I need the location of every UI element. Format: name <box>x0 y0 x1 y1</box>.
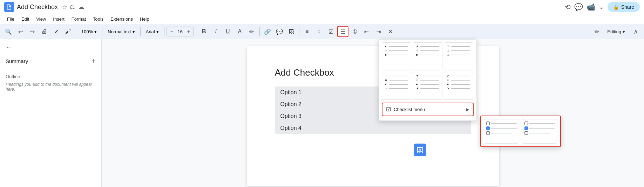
font-dropdown[interactable]: Arial ▾ <box>143 26 162 37</box>
lock-icon: 🔒 <box>613 4 619 10</box>
editing-chevron: ▾ <box>623 29 625 34</box>
bullet-list-button[interactable]: ☰ <box>337 26 348 37</box>
sidebar-add-button[interactable]: + <box>91 57 96 65</box>
undo-button[interactable]: ↩ <box>15 26 26 37</box>
link-button[interactable]: 🔗 <box>262 26 273 37</box>
sidebar-summary-label: Summary <box>6 58 28 64</box>
font-chevron: ▾ <box>156 29 159 34</box>
toolbar: 🔍 ↩ ↪ 🖨 ✔ 🖌 100% ▾ Normal text ▾ Arial ▾… <box>0 24 644 39</box>
share-button[interactable]: 🔒 Share <box>608 2 640 12</box>
comment-doc-button[interactable]: 💬 <box>274 26 285 37</box>
sidebar: ← Summary + Outline Headings you add to … <box>0 39 102 187</box>
sep2 <box>102 27 102 36</box>
numbered-list-button[interactable]: ① <box>349 26 360 37</box>
sep5 <box>196 27 196 36</box>
menu-tools[interactable]: Tools <box>90 16 106 22</box>
cl-empty-box <box>486 122 490 125</box>
checklist-button[interactable]: ☑ <box>325 26 337 37</box>
menu-insert[interactable]: Insert <box>50 16 67 22</box>
bullet-option-square[interactable]: □ □ □ <box>444 42 473 70</box>
image-float-icon: 🖼 <box>416 146 423 154</box>
editing-dropdown[interactable]: Editing ▾ <box>604 28 629 36</box>
doc-area: Add Checkbox Option 1 Option 2 Option 3 … <box>102 39 644 187</box>
app-icon <box>4 2 14 12</box>
sidebar-divider <box>6 68 96 68</box>
sidebar-outline-hint: Headings you add to the document will ap… <box>6 82 96 92</box>
editing-label: Editing <box>607 29 621 34</box>
italic-button[interactable]: I <box>210 26 222 37</box>
menu-help[interactable]: Help <box>137 16 152 22</box>
save-drive-icon[interactable]: 🗂 <box>70 4 76 11</box>
main-area: ← Summary + Outline Headings you add to … <box>0 39 644 187</box>
menu-format[interactable]: Format <box>69 16 89 22</box>
zoom-dropdown[interactable]: 100% ▾ <box>78 26 100 37</box>
bold-button[interactable]: B <box>198 26 210 37</box>
sep4 <box>164 27 164 36</box>
cl-empty-box4 <box>524 131 528 135</box>
font-color-button[interactable]: A <box>234 26 245 37</box>
menu-file[interactable]: File <box>4 16 17 22</box>
image-button[interactable]: 🖼 <box>286 26 297 37</box>
cloud-icon[interactable]: ☁ <box>78 3 84 11</box>
font-size-value: 16 <box>176 29 184 34</box>
style-dropdown[interactable]: Normal text ▾ <box>104 26 138 37</box>
sidebar-outline-label: Outline <box>6 74 96 79</box>
title-icons: ☆ 🗂 ☁ <box>62 3 84 11</box>
sep1 <box>76 27 76 36</box>
bullet-option-star[interactable]: ✦ ✧ ■ <box>413 42 442 70</box>
cl-checked-box2 <box>524 126 528 130</box>
title-bar: Add Checkbox ☆ 🗂 ☁ ⟲ 💬 📹 ⌄ 🔒 Share <box>0 0 644 14</box>
sidebar-summary: Summary + <box>6 57 96 65</box>
bullet-option-filled[interactable]: ● ○ ■ <box>382 42 411 70</box>
checklist-menu-item[interactable]: ☑ Checklist menu ▶ <box>382 103 474 116</box>
cl-empty-box3 <box>524 122 528 125</box>
spellcheck-button[interactable]: ✔ <box>50 26 62 37</box>
bullet-option-star2[interactable]: ★ ○ ■ ★ <box>413 72 442 100</box>
bullet-option-arrow[interactable]: → ◆ ● → <box>382 72 411 100</box>
edit-pencil-button[interactable]: ✏ <box>591 26 602 37</box>
redo-button[interactable]: ↪ <box>27 26 38 37</box>
linespacing-button[interactable]: ↕ <box>313 26 325 37</box>
history-icon[interactable]: ⟲ <box>565 3 571 11</box>
checklist-icon: ☑ <box>386 106 391 113</box>
style-chevron: ▾ <box>133 29 135 34</box>
checklist-sub-panel <box>480 116 561 147</box>
comment-icon[interactable]: 💬 <box>574 3 583 11</box>
print-button[interactable]: 🖨 <box>39 26 50 37</box>
font-size-minus[interactable]: − <box>168 28 175 35</box>
search-button[interactable]: 🔍 <box>3 26 14 37</box>
font-size-box: − 16 + <box>167 27 194 36</box>
paintformat-button[interactable]: 🖌 <box>62 26 74 37</box>
top-right: ⟲ 💬 📹 ⌄ 🔒 Share <box>565 2 640 12</box>
align-button[interactable]: ≡ <box>301 26 313 37</box>
expand-icon[interactable]: ⌄ <box>599 3 604 11</box>
zoom-chevron: ▾ <box>94 29 97 34</box>
font-size-plus[interactable]: + <box>185 28 192 35</box>
checklist-style-checked[interactable] <box>522 119 557 144</box>
sidebar-back-button[interactable]: ← <box>6 43 96 51</box>
list-item[interactable]: Option 4 <box>275 122 471 134</box>
outdent-button[interactable]: ⇤ <box>361 26 372 37</box>
sep6 <box>259 27 260 36</box>
sep7 <box>299 27 299 36</box>
star-icon[interactable]: ☆ <box>62 3 68 11</box>
menu-view[interactable]: View <box>33 16 49 22</box>
image-float-button[interactable]: 🖼 <box>414 144 426 156</box>
highlight-button[interactable]: ✏ <box>246 26 257 37</box>
menu-extensions[interactable]: Extensions <box>108 16 136 22</box>
checklist-style-unchecked[interactable] <box>484 119 519 144</box>
collapse-button[interactable]: ∧ <box>630 26 641 37</box>
menu-bar: File Edit View Insert Format Tools Exten… <box>0 14 644 24</box>
camera-icon[interactable]: 📹 <box>587 3 595 11</box>
menu-edit[interactable]: Edit <box>19 16 32 22</box>
clear-format-button[interactable]: ✕ <box>385 26 396 37</box>
editing-area: ✏ Editing ▾ ∧ <box>591 26 641 37</box>
bullet-grid: ● ○ ■ ✦ ✧ ■ □ □ □ → ◆ ● → ★ ○ ■ ★ ➤ ○ <box>382 42 474 100</box>
bullet-list-dropdown: ● ○ ■ ✦ ✧ ■ □ □ □ → ◆ ● → ★ ○ ■ ★ ➤ ○ <box>379 39 477 121</box>
cl-empty-box2 <box>486 131 490 135</box>
bullet-option-check[interactable]: ➤ ○ ■ ➤ <box>444 72 473 100</box>
checklist-menu-label: Checklist menu <box>394 107 425 112</box>
checklist-arrow-icon: ▶ <box>466 107 469 112</box>
underline-button[interactable]: U <box>222 26 233 37</box>
indent-button[interactable]: ⇥ <box>373 26 384 37</box>
